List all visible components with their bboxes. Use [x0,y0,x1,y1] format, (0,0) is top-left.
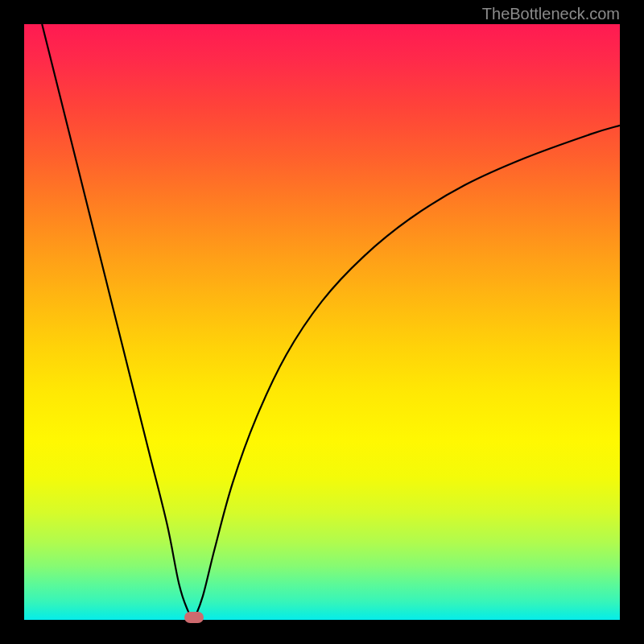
curve-left-branch [42,24,194,620]
curve-right-branch [194,126,620,620]
bottleneck-curve [24,24,620,620]
minimum-marker [184,612,204,623]
watermark-text: TheBottleneck.com [482,5,620,23]
